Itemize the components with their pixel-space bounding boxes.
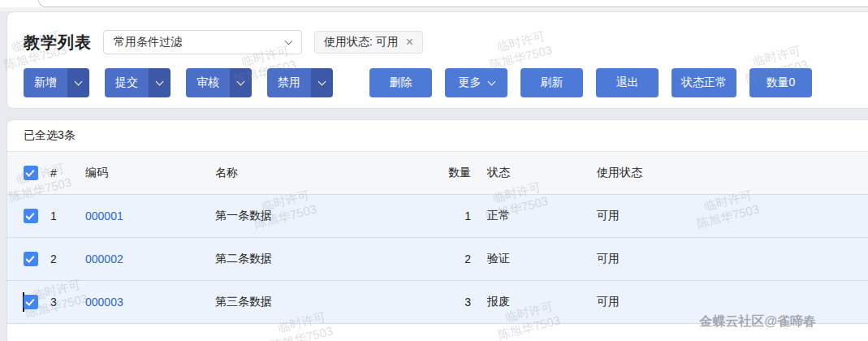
row-checkbox[interactable]	[24, 252, 38, 266]
audit-button-label[interactable]: 审核	[186, 68, 230, 97]
table-row[interactable]: 1 000001 第一条数据 1 正常 可用	[7, 195, 868, 238]
new-button[interactable]: 新增	[24, 68, 89, 97]
close-icon[interactable]: ×	[406, 36, 413, 49]
checkmark-icon	[25, 296, 34, 305]
row-index: 2	[49, 253, 76, 265]
more-button-label: 更多	[459, 76, 482, 90]
chevron-down-icon	[285, 37, 293, 45]
row-name: 第三条数据	[205, 295, 430, 309]
tab-edge-line	[38, 0, 868, 7]
page-title: 教学列表	[24, 32, 92, 54]
row-name: 第二条数据	[205, 252, 430, 266]
audit-button[interactable]: 审核	[186, 68, 252, 97]
row-use-status: 可用	[590, 252, 720, 266]
checkmark-icon	[25, 210, 34, 219]
chevron-down-icon	[156, 78, 164, 86]
refresh-button[interactable]: 刷新	[520, 68, 583, 97]
row-checkbox[interactable]	[24, 295, 38, 309]
audit-dropdown-arrow[interactable]	[230, 68, 252, 97]
chevron-down-icon	[318, 78, 326, 86]
row-code-link[interactable]: 000003	[85, 296, 123, 309]
table-row[interactable]: 3 000003 第三条数据 3 报废 可用	[7, 281, 868, 324]
filter-tag-label: 使用状态: 可用	[324, 35, 399, 50]
column-header-index: #	[49, 166, 76, 179]
row-checkbox[interactable]	[24, 209, 38, 223]
column-header-use-status: 使用状态	[590, 166, 720, 180]
delete-button[interactable]: 删除	[369, 68, 432, 97]
disable-dropdown-arrow[interactable]	[311, 68, 333, 97]
row-use-status: 可用	[590, 295, 720, 309]
selection-summary: 已全选3条	[7, 120, 868, 152]
row-status: 正常	[479, 209, 590, 223]
table-row[interactable]: 2 000002 第二条数据 2 验证 可用	[7, 238, 868, 281]
chevron-down-icon	[75, 78, 83, 86]
row-code-link[interactable]: 000002	[85, 253, 123, 265]
submit-button-label[interactable]: 提交	[105, 68, 149, 97]
row-qty: 3	[430, 296, 479, 309]
submit-dropdown-arrow[interactable]	[149, 68, 171, 97]
row-qty: 1	[430, 209, 479, 222]
select-all-checkbox[interactable]	[24, 166, 38, 180]
column-header-code: 编码	[76, 166, 205, 180]
list-panel: 已全选3条 # 编码 名称 数量 状态 使用状态 1 000001 第一条数据 …	[6, 119, 868, 341]
row-qty: 2	[430, 253, 479, 265]
row-name: 第一条数据	[205, 209, 430, 223]
status-normal-button[interactable]: 状态正常	[672, 68, 736, 97]
new-button-label[interactable]: 新增	[24, 68, 67, 97]
row-index: 3	[49, 296, 76, 309]
disable-button[interactable]: 禁用	[267, 68, 333, 97]
chevron-down-icon	[237, 78, 245, 86]
filter-dropdown-value: 常用条件过滤	[114, 35, 182, 50]
row-status: 验证	[479, 252, 590, 266]
filter-tag: 使用状态: 可用 ×	[314, 31, 423, 54]
column-header-name: 名称	[205, 166, 430, 180]
quantity-button[interactable]: 数量0	[749, 68, 812, 97]
row-status: 报废	[479, 295, 590, 309]
checkmark-icon	[25, 253, 34, 262]
filter-dropdown[interactable]: 常用条件过滤	[103, 30, 302, 54]
submit-button[interactable]: 提交	[105, 68, 171, 97]
disable-button-label[interactable]: 禁用	[267, 68, 311, 97]
exit-button[interactable]: 退出	[596, 68, 659, 97]
row-index: 1	[49, 209, 76, 222]
checkmark-icon	[25, 167, 34, 176]
new-dropdown-arrow[interactable]	[67, 68, 89, 97]
more-button[interactable]: 更多	[445, 68, 507, 97]
toolbar: 新增 提交 审核 禁用 删除 更多 刷新 退出 状态正常 数量0	[24, 68, 868, 97]
row-code-link[interactable]: 000001	[85, 209, 123, 222]
column-header-status: 状态	[479, 166, 590, 180]
table-header-row: # 编码 名称 数量 状态 使用状态	[7, 152, 868, 195]
filter-panel: 教学列表 常用条件过滤 使用状态: 可用 × 新增 提交 审核 禁用 删除 更多	[6, 11, 868, 109]
chevron-down-icon	[487, 78, 495, 86]
row-use-status: 可用	[590, 209, 720, 223]
column-header-qty: 数量	[430, 166, 479, 180]
